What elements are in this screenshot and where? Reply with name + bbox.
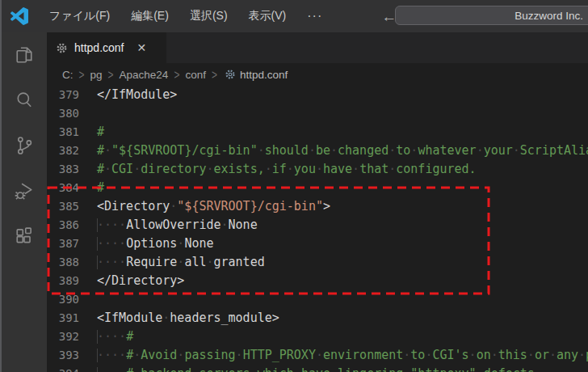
line-number: 392 [47, 328, 79, 346]
code-line: 393····#·Avoid·passing·HTTP_PROXY·enviro… [47, 346, 588, 365]
code-text: #·CGI·directory·exists,·if·you·have·that… [97, 160, 477, 179]
breadcrumb-file[interactable]: httpd.conf [240, 69, 288, 81]
breadcrumb-segment[interactable]: Apache24 [118, 69, 170, 81]
indent-guide [97, 237, 98, 251]
menu-item[interactable]: 表示(V) [238, 0, 297, 32]
line-number: 380 [47, 104, 79, 123]
breadcrumb: C:>pg>Apache24>conf> httpd.conf [47, 63, 588, 86]
code-line: 380 [47, 104, 588, 123]
code-line: 379</IfModule> [47, 86, 588, 104]
code-text: <IfModule·headers_module> [97, 309, 279, 328]
tab-httpd-conf[interactable]: httpd.conf ✕ [47, 32, 166, 63]
menu-item[interactable]: 編集(E) [120, 0, 179, 32]
code-text: ····# [97, 328, 133, 346]
menu-item[interactable]: 選択(S) [179, 0, 238, 32]
code-text: <Directory·"${SRVROOT}/cgi-bin"> [97, 197, 330, 216]
code-text: ····Options·None [97, 235, 214, 253]
line-number: 382 [47, 142, 79, 160]
menu-item[interactable]: ··· [296, 0, 333, 32]
menu-item[interactable]: ファイル(F) [39, 0, 120, 32]
activity-bar [0, 32, 47, 372]
tab-bar: httpd.conf ✕ [47, 32, 588, 63]
code-text: </IfModule> [97, 86, 177, 104]
line-number: 388 [47, 253, 79, 272]
line-number: 386 [47, 216, 79, 235]
gear-icon [225, 69, 236, 80]
code-text: ····#·Avoid·passing·HTTP_PROXY·environme… [97, 346, 588, 365]
gear-icon [56, 42, 68, 54]
code-line: 384# [47, 179, 588, 197]
search-icon[interactable] [12, 88, 36, 112]
code-line: 385<Directory·"${SRVROOT}/cgi-bin"> [47, 197, 588, 216]
line-number: 384 [47, 179, 79, 197]
code-text: </Directory> [97, 272, 184, 290]
indent-guide [97, 256, 98, 269]
editor-pane[interactable]: 379</IfModule>380381#382#·"${SRVROOT}/cg… [47, 86, 588, 372]
code-line: 392····# [47, 328, 588, 346]
chevron-right-icon: > [170, 66, 183, 82]
line-number: 389 [47, 272, 79, 290]
line-number: 383 [47, 160, 79, 179]
line-number: 381 [47, 123, 79, 142]
code-line: 387····Options·None [47, 235, 588, 253]
window-title-text: Buzzword Inc. [514, 10, 583, 22]
code-line: 390 [47, 290, 588, 309]
indent-guide [97, 349, 98, 362]
vscode-logo-icon [10, 7, 28, 25]
code-line: 386····AllowOverride·None [47, 216, 588, 235]
breadcrumb-segment[interactable]: C: [61, 69, 75, 81]
code-line: 382#·"${SRVROOT}/cgi-bin"·should·be·chan… [47, 142, 588, 160]
run-and-debug-icon[interactable] [12, 179, 36, 203]
line-number: 393 [47, 346, 79, 365]
line-number: 385 [47, 197, 79, 216]
chevron-right-icon: > [75, 66, 89, 82]
code-line: 389</Directory> [47, 272, 588, 290]
line-number: 391 [47, 309, 79, 328]
code-text: #·"${SRVROOT}/cgi-bin"·should·be·changed… [97, 142, 588, 160]
code-lines: 379</IfModule>380381#382#·"${SRVROOT}/cg… [47, 86, 588, 372]
code-line: 383#·CGI·directory·exists,·if·you·have·t… [47, 160, 588, 179]
vscode-window: { "titlebar": { "menus": [ {"label": "ファ… [0, 0, 588, 372]
code-line: 381# [47, 123, 588, 142]
extensions-icon[interactable] [12, 224, 36, 248]
menubar: ファイル(F)編集(E)選択(S)表示(V)··· [39, 0, 333, 32]
chevron-right-icon: > [208, 66, 221, 82]
line-number: 394 [47, 365, 79, 372]
code-line: 391<IfModule·headers_module> [47, 309, 588, 328]
breadcrumb-segments: C:>pg>Apache24>conf> [61, 69, 221, 81]
code-text: ····AllowOverride·None [97, 216, 258, 235]
indent-guide [97, 330, 98, 344]
explorer-icon[interactable] [12, 43, 36, 67]
line-number: 390 [47, 290, 79, 309]
breadcrumb-segment[interactable]: conf [183, 69, 208, 81]
title-bar: ファイル(F)編集(E)選択(S)表示(V)··· ← → Buzzword I… [0, 0, 588, 32]
chevron-right-icon: > [104, 66, 118, 82]
source-control-icon[interactable] [12, 133, 36, 158]
tab-label: httpd.conf [74, 41, 124, 54]
indent-guide [97, 367, 98, 372]
code-text: ····#·backend·servers·which·have·lingeri… [97, 365, 542, 372]
command-center[interactable]: Buzzword Inc. [395, 6, 588, 25]
code-text: # [97, 179, 104, 197]
close-icon[interactable]: ✕ [137, 41, 147, 54]
code-text: ····Require·all·granted [97, 253, 265, 272]
indent-guide [97, 218, 98, 232]
line-number: 379 [47, 86, 79, 104]
code-line: 388····Require·all·granted [47, 253, 588, 272]
code-text: # [97, 123, 104, 142]
code-line: 394····#·backend·servers·which·have·ling… [47, 365, 588, 372]
line-number: 387 [47, 235, 79, 253]
breadcrumb-segment[interactable]: pg [89, 69, 104, 81]
